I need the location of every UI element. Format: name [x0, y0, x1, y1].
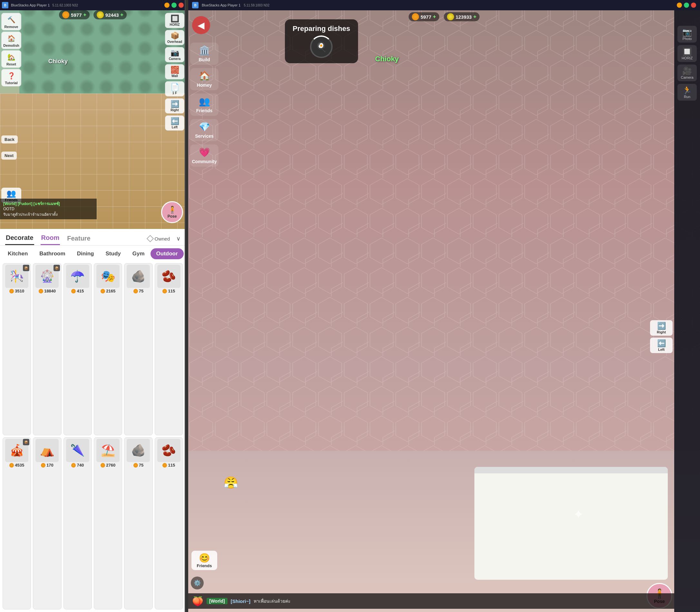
item-6[interactable]: 📦 🎪 4535 — [3, 437, 31, 609]
item-img-10: 🪨 — [127, 439, 150, 462]
item-1[interactable]: 📦 🎡 18840 — [33, 263, 61, 435]
settings-button-right[interactable]: ⚙️ — [191, 576, 204, 589]
build-label: Build — [199, 57, 210, 62]
left-arrow-button[interactable]: ⬅️ Left — [650, 338, 673, 353]
item-badge-1: 📦 — [54, 265, 60, 271]
friends-button-right[interactable]: 😊 Friends — [191, 551, 217, 570]
menu-friends[interactable]: 👥 Friends — [190, 94, 218, 116]
item-price-1: 18840 — [39, 289, 56, 293]
cat-bathroom[interactable]: Bathroom — [33, 248, 71, 259]
horiz-button[interactable]: 🔲 HORIZ — [165, 13, 184, 28]
price-gem-7 — [41, 463, 45, 468]
item-3[interactable]: 🎭 2165 — [94, 263, 122, 435]
tab-decorate[interactable]: Decorate — [5, 232, 34, 245]
friends-label-right: Friends — [197, 563, 212, 568]
item-0[interactable]: 📦 🎠 3510 — [3, 263, 31, 435]
item-price-7: 170 — [41, 463, 54, 468]
dropdown-arrow[interactable]: ∨ — [176, 235, 181, 242]
bottom-chat-right: 🍑 [World] [Shiori~] หาเพื่อนเล่นด้วยค่ะ — [188, 593, 674, 609]
cat-kitchen[interactable]: Kitchen — [2, 248, 33, 259]
demolish-label: Demolish — [3, 43, 19, 47]
diamond-icon — [147, 235, 154, 242]
coin-plus-right[interactable]: + — [473, 14, 476, 20]
run-button[interactable]: 🏃 Run — [677, 84, 697, 101]
menu-homey[interactable]: 🏠 Homey — [190, 68, 218, 90]
gem-value-right: 5977 — [420, 14, 431, 20]
item-2[interactable]: ☂️ 415 — [63, 263, 92, 435]
wall-button[interactable]: 🧱 Wall — [165, 64, 184, 79]
item-img-3: 🎭 — [96, 265, 119, 288]
tutorial-button[interactable]: ❓ Tutorial — [1, 69, 21, 86]
bluestacks-bar-left: B BlueStacks App Player 1 5.11.62.1003 N… — [0, 0, 186, 10]
gem-icon-left — [62, 11, 69, 18]
overhead-button[interactable]: 📦 Overhead — [165, 30, 184, 45]
left-sidebar-right: 🏛️ Build 🏠 Homey 👥 Friends 💎 Services 💗 … — [188, 10, 220, 170]
owned-label: Owned — [154, 236, 170, 241]
horiz-button-right[interactable]: 🔲 HORIZ — [677, 45, 697, 62]
price-gem-2 — [71, 289, 76, 293]
minimize-btn-left[interactable] — [165, 3, 170, 8]
chat-ootd: OOTD — [3, 207, 14, 211]
reset-button[interactable]: 🏡 Reset — [1, 50, 21, 68]
minimize-btn-right[interactable] — [677, 3, 682, 8]
close-btn-right[interactable] — [691, 3, 696, 8]
camera-button-left[interactable]: 📷 Camera — [165, 47, 184, 62]
friends-icon-right: 😊 — [199, 553, 210, 563]
photo-label: Photo — [683, 37, 692, 41]
right-arrow-button[interactable]: ➡️ Right — [650, 320, 673, 336]
item-4[interactable]: 🪨 75 — [124, 263, 153, 435]
cat-outdoor[interactable]: Outdoor — [151, 248, 184, 259]
photo-button[interactable]: 📷 Photo — [677, 26, 697, 43]
left-button-left[interactable]: ⬅️ Left — [165, 115, 184, 130]
horiz-icon: 🔲 — [171, 14, 179, 23]
back-button-left[interactable]: Back — [1, 136, 18, 143]
character-name-right: Chioky — [375, 55, 399, 63]
item-price-11: 115 — [162, 463, 175, 468]
gem-plus-right[interactable]: + — [433, 14, 436, 20]
item-7[interactable]: ⛺ 170 — [33, 437, 61, 609]
bluestacks-title-left: BlueStacks App Player 1 — [11, 3, 49, 7]
coin-icon-right — [447, 13, 454, 20]
item-9[interactable]: ⛱️ 2760 — [94, 437, 122, 609]
left-arrow-label: Left — [658, 348, 665, 351]
right-arrow-icon: ➡️ — [657, 322, 666, 330]
item-img-9: ⛱️ — [96, 439, 119, 462]
friends-icon-left: 👥 — [6, 189, 16, 198]
maximize-btn-right[interactable] — [684, 3, 689, 8]
cat-dining[interactable]: Dining — [71, 248, 100, 259]
menu-build[interactable]: 🏛️ Build — [190, 43, 218, 65]
close-btn-left[interactable] — [178, 3, 184, 8]
menu-services[interactable]: 💎 Services — [190, 119, 218, 141]
bluestacks-logo: B — [2, 2, 9, 9]
item-price-6: 4535 — [9, 463, 24, 468]
right-button-left[interactable]: ➡️ Right — [165, 98, 184, 113]
item-5[interactable]: 🫘 115 — [155, 263, 183, 435]
gem-plus-left[interactable]: + — [83, 12, 86, 18]
floor-button[interactable]: 📄 1 F — [165, 81, 184, 96]
demolish-button[interactable]: 🏠 Demolish — [1, 32, 21, 49]
maximize-btn-left[interactable] — [171, 3, 176, 8]
camera-button-right[interactable]: 🎥 Camera — [677, 65, 697, 81]
item-11[interactable]: 🫘 115 — [155, 437, 183, 609]
build-icon: 🏛️ — [199, 45, 210, 56]
item-10[interactable]: 🪨 75 — [124, 437, 153, 609]
demolish-icon: 🏠 — [6, 33, 16, 43]
item-price-9: 2760 — [101, 463, 115, 468]
remove-button[interactable]: 🔨 Remove — [1, 13, 21, 30]
cat-gym[interactable]: Gym — [127, 248, 151, 259]
right-label-left: Right — [171, 108, 179, 112]
item-8[interactable]: 🌂 740 — [63, 437, 92, 609]
owned-badge: Owned — [147, 236, 170, 241]
pose-button-left[interactable]: 🧍 Pose — [161, 201, 183, 223]
tab-room[interactable]: Room — [41, 232, 60, 245]
back-button-right[interactable]: ◀ — [192, 16, 210, 34]
tab-feature[interactable]: Feature — [67, 233, 91, 245]
price-gem-5 — [162, 289, 167, 293]
item-price-2: 415 — [71, 289, 84, 293]
coin-plus-left[interactable]: + — [120, 12, 124, 18]
coin-icon-left — [97, 11, 104, 18]
next-button-left[interactable]: Next — [1, 152, 17, 159]
right-arrow-icon-left: ➡️ — [171, 100, 179, 108]
cat-study[interactable]: Study — [100, 248, 127, 259]
menu-community[interactable]: 💗 Community — [190, 144, 218, 167]
